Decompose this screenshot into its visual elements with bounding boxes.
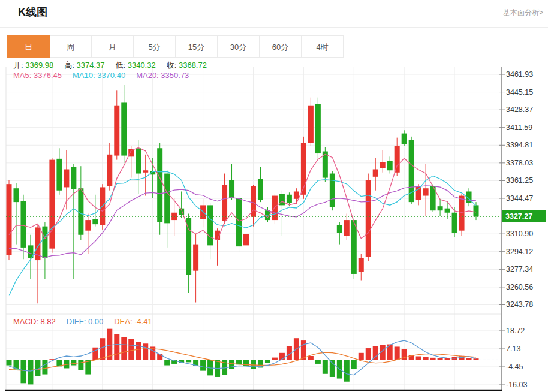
axis-tick-label: 7.13	[506, 344, 520, 354]
axis-tick-label: 3428.37	[506, 105, 533, 114]
readout-item: DEA: -4.41	[114, 317, 152, 326]
ma-readout: MA5: 3376.45MA10: 3370.40MA20: 3350.73	[13, 71, 200, 81]
title-divider	[0, 27, 548, 28]
axis-tick-label: 3378.03	[506, 158, 533, 168]
tab-period-6[interactable]: 60分	[259, 35, 302, 58]
axis-tick-label: 3361.25	[506, 176, 533, 185]
readout-item: 开: 3369.98	[13, 61, 53, 70]
readout-item: 高: 3374.37	[64, 61, 104, 70]
axis-tick-label: 3411.59	[506, 123, 532, 132]
readout-item: 收: 3368.72	[167, 61, 207, 70]
tab-period-4[interactable]: 15分	[175, 35, 218, 58]
kline-app: K线图 基本面分析> 日周月5分15分30分60分4时 开: 3369.98高:…	[0, 0, 548, 392]
tabbar-underline	[0, 58, 548, 58]
axis-tick-label: 3310.90	[506, 229, 533, 239]
tab-period-1[interactable]: 周	[49, 35, 92, 58]
axis-tick-label: 3461.93	[506, 70, 533, 79]
macd-layer	[7, 329, 502, 385]
tab-period-5[interactable]: 30分	[217, 35, 260, 58]
tab-period-2[interactable]: 月	[91, 35, 134, 58]
axis-tick-label: 3243.78	[506, 300, 533, 309]
period-tabbar: 日周月5分15分30分60分4时	[8, 35, 344, 58]
page-title: K线图	[18, 5, 47, 19]
readout-item: MA10: 3370.40	[73, 71, 125, 80]
readout-item: MA5: 3376.45	[13, 71, 62, 80]
axis-tick-label: 3277.34	[506, 264, 533, 274]
axis-tick-label: -4.45	[506, 362, 523, 372]
axis-tick-label: 3344.47	[506, 194, 533, 203]
readout-item: DIFF: 0.00	[67, 317, 103, 326]
axis-tick-label: 3260.56	[506, 282, 533, 292]
axis-tick-label: 18.72	[506, 326, 525, 336]
axis-tick-label: 3294.12	[506, 247, 533, 257]
tab-period-7[interactable]: 4时	[301, 35, 344, 58]
tab-period-0[interactable]: 日	[7, 35, 50, 58]
axis-tick-label: 3394.81	[506, 140, 533, 150]
current-price-tag: 3327.27	[502, 210, 546, 222]
kline-chart-canvas[interactable]	[0, 0, 548, 392]
readout-item: MA20: 3350.73	[136, 71, 189, 80]
tab-period-3[interactable]: 5分	[133, 35, 176, 58]
axis-tick-label: 3445.15	[506, 88, 533, 97]
macd-readout: MACD: 8.82DIFF: 0.00DEA: -4.41	[13, 317, 163, 327]
readout-item: MACD: 8.82	[13, 317, 56, 326]
readout-item: 低: 3340.32	[115, 61, 155, 70]
fundamental-analysis-link[interactable]: 基本面分析>	[503, 8, 543, 18]
ohlc-readout: 开: 3369.98高: 3374.37低: 3340.32收: 3368.72	[13, 60, 218, 70]
axis-tick-label: -16.03	[506, 380, 527, 390]
